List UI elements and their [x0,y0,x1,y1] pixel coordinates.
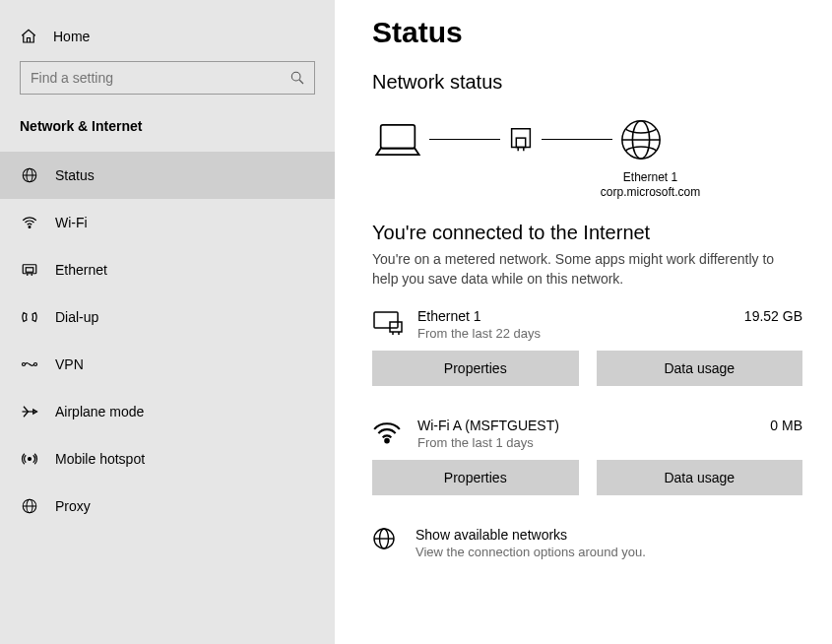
status-icon [20,165,39,185]
home-label: Home [53,29,90,44]
show-sub: View the connection options around you. [416,545,646,559]
data-usage-button[interactable]: Data usage [597,460,803,495]
adapter-icon [506,125,536,155]
sidebar-item-vpn[interactable]: VPN [0,341,335,388]
hotspot-icon [20,449,39,469]
globe-small-icon [372,527,400,550]
sidebar-section-header: Network & Internet [0,110,335,152]
dialup-icon [20,307,39,327]
svg-point-12 [29,458,32,461]
sidebar-item-ethernet[interactable]: Ethernet [0,246,335,293]
sidebar-item-label: VPN [55,356,84,372]
network-diagram [372,117,802,162]
home-icon [20,28,37,45]
network-block-wifi: Wi-Fi A (MSFTGUEST) From the last 1 days… [372,418,802,495]
sidebar-item-status[interactable]: Status [0,152,335,199]
sidebar-item-hotspot[interactable]: Mobile hotspot [0,435,335,483]
network-usage: 0 MB [770,418,802,433]
properties-button[interactable]: Properties [372,460,579,495]
diagram-adapter-name: Ethernet 1 [498,170,802,185]
network-status-heading: Network status [372,71,802,94]
show-title: Show available networks [416,527,646,543]
vpn-icon [20,354,39,374]
sidebar-item-airplane[interactable]: Airplane mode [0,388,335,435]
sidebar-item-label: Status [55,167,95,183]
diagram-line [542,139,612,140]
globe-icon [618,117,664,162]
svg-point-0 [291,72,300,81]
svg-point-5 [29,226,31,228]
svg-rect-24 [374,312,398,328]
network-name: Ethernet 1 [417,308,736,324]
wifi-icon [20,213,39,232]
page-title: Status [372,16,802,49]
laptop-icon [372,118,423,161]
svg-rect-18 [516,138,525,147]
svg-line-1 [299,80,303,84]
diagram-line [429,139,500,140]
show-available-networks[interactable]: Show available networks View the connect… [372,527,802,559]
sidebar-item-label: Airplane mode [55,404,144,419]
sidebar-item-wifi[interactable]: Wi-Fi [0,199,335,246]
properties-button[interactable]: Properties [372,351,579,386]
home-link[interactable]: Home [0,20,335,61]
diagram-domain: corp.microsoft.com [498,185,802,200]
svg-point-10 [23,363,26,366]
svg-rect-16 [381,125,416,149]
network-name: Wi-Fi A (MSFTGUEST) [417,418,762,433]
sidebar-item-proxy[interactable]: Proxy [0,483,335,530]
svg-point-11 [34,363,37,366]
sidebar-item-label: Proxy [55,498,91,514]
search-container [0,61,335,110]
wifi-adapter-icon [372,418,404,445]
airplane-icon [20,402,39,421]
svg-rect-25 [390,322,402,332]
connected-description: You're on a metered network. Some apps m… [372,250,802,289]
sidebar-item-label: Dial-up [55,309,98,325]
main-content: Status Network status [335,0,832,644]
search-input[interactable] [20,61,315,95]
ethernet-icon [20,260,39,280]
network-sub: From the last 1 days [417,435,762,450]
sidebar-item-label: Wi-Fi [55,215,88,230]
svg-rect-7 [26,268,33,273]
proxy-icon [20,496,39,516]
sidebar-item-label: Mobile hotspot [55,451,145,467]
ethernet-adapter-icon [372,308,404,336]
search-icon [289,70,305,86]
sidebar: Home Network & Internet Status [0,0,335,644]
svg-point-28 [385,439,388,442]
sidebar-item-dialup[interactable]: Dial-up [0,293,335,341]
network-block-ethernet: Ethernet 1 From the last 22 days 19.52 G… [372,308,802,386]
diagram-caption: Ethernet 1 corp.microsoft.com [498,170,802,200]
connected-heading: You're connected to the Internet [372,222,802,244]
sidebar-item-label: Ethernet [55,262,107,278]
network-sub: From the last 22 days [417,326,736,341]
network-usage: 19.52 GB [744,308,802,324]
data-usage-button[interactable]: Data usage [597,351,803,386]
